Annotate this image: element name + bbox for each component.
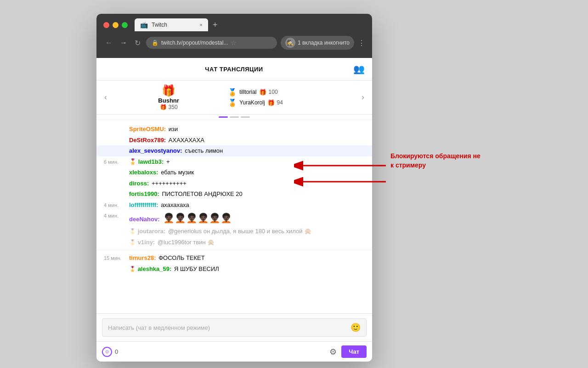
tab-title: Twitch — [152, 22, 196, 28]
leaders-prev-button[interactable]: ‹ — [102, 92, 109, 102]
incognito-label: 1 вкладка инкогнито — [298, 40, 350, 46]
scroll-indicator — [96, 115, 372, 120]
message-content: 🎖️ v1iny: @luc1996tor твин 🙊 — [129, 238, 365, 247]
message-text: Я ШУБУ ВЕСИЛ — [174, 265, 219, 272]
back-button[interactable]: ← — [103, 37, 114, 49]
gift-icon: 🎁 — [160, 104, 167, 110]
emoji-button[interactable]: 🙂 — [351, 322, 361, 333]
message-content: deeNahov: 🧑🏿‍🦱🧑🏿‍🦱🧑🏿‍🦱🧑🏿‍🦱🧑🏿‍🦱🧑🏿‍🦱 — [129, 211, 365, 225]
scroll-dots — [219, 116, 250, 118]
leader3-count: 94 — [277, 99, 283, 106]
incognito-icon: 🕵 — [285, 38, 295, 48]
minimize-traffic-light[interactable] — [113, 22, 119, 28]
active-tab[interactable]: 📺 Twitch × — [135, 18, 208, 31]
scroll-dot-2 — [230, 116, 239, 118]
username: deeNahov: — [129, 216, 159, 223]
message-time — [104, 190, 129, 199]
message-text: @luc1996tor твин 🙊 — [158, 239, 215, 246]
username: lawd1b3: — [138, 158, 164, 165]
message-time — [104, 125, 129, 134]
forward-button[interactable]: → — [118, 37, 129, 49]
leader-main-name: Bushnr — [158, 97, 179, 104]
message-time — [104, 264, 129, 274]
scroll-dot-1 — [219, 116, 228, 118]
leader-main-count: 350 — [169, 104, 178, 110]
chat-header: ЧАТ ТРАНСЛЯЦИИ 👥 — [96, 58, 372, 80]
message-text: ахахахаха — [161, 201, 189, 208]
chat-input-field[interactable]: Написать (чат в медленном режиме) 🙂 — [102, 318, 367, 337]
list-item: SpriteOSMU: изи — [96, 124, 372, 135]
message-text: изи — [169, 126, 178, 132]
message-text: съесть лимон — [185, 147, 223, 154]
gift-leaders: ‹ 🎁 Bushnr 🎁 350 🏅 tilltorial 🎁 100 — [96, 80, 372, 115]
message-text: ФОСОЛЬ ТЕКЕТ — [158, 254, 205, 261]
scroll-dot-3 — [241, 116, 250, 118]
username: fortis1990: — [129, 190, 159, 197]
chat-messages: SpriteOSMU: изи DeStRox789: АХАХАХАХА — [96, 120, 372, 313]
leaders-next-button[interactable]: › — [359, 92, 367, 102]
message-time: 4 мин. — [104, 201, 129, 210]
message-content: timurs28: ФОСОЛЬ ТЕКЕТ — [129, 253, 365, 263]
twitch-favicon-icon: 📺 — [140, 21, 148, 29]
users-icon[interactable]: 👥 — [353, 63, 365, 75]
message-time — [104, 136, 129, 145]
maximize-traffic-light[interactable] — [122, 22, 128, 28]
message-content: 🎖️ joutarora: @generiolus он дылда, я вы… — [129, 227, 365, 236]
tab-bar: 📺 Twitch × + — [135, 18, 218, 31]
leader-3: 🏅 YuraKorolj 🎁 94 — [228, 98, 359, 107]
leaders-side: 🏅 tilltorial 🎁 100 🏅 YuraKorolj 🎁 94 — [228, 88, 359, 107]
browser-chrome: 📺 Twitch × + ← → ↻ 🔒 twitch.tv/popout/mo… — [96, 14, 372, 58]
close-traffic-light[interactable] — [103, 22, 109, 28]
username: v1iny: — [138, 239, 155, 246]
chat-submit-button[interactable]: Чат — [341, 345, 367, 358]
chat-footer: ⊙ 0 ⚙ Чат — [96, 341, 372, 362]
leader-main-gift: 🎁 350 — [160, 104, 178, 110]
list-item: 4 мин. deeNahov: 🧑🏿‍🦱🧑🏿‍🦱🧑🏿‍🦱🧑🏿‍🦱🧑🏿‍🦱🧑🏿‍… — [96, 210, 372, 226]
section-divider — [96, 250, 372, 250]
message-time — [104, 179, 129, 188]
list-item: DeStRox789: АХАХАХАХА — [96, 135, 372, 146]
annotation-area: Блокируются обращения не к стримеру — [294, 152, 409, 209]
reload-button[interactable]: ↻ — [133, 37, 142, 49]
username: xlebaloxs: — [129, 169, 158, 176]
traffic-lights — [103, 22, 128, 28]
username: SpriteOSMU: — [129, 126, 166, 132]
browser-addressbar: ← → ↻ 🔒 twitch.tv/popout/modestal... ☆ 🕵… — [103, 36, 365, 53]
points-count: 0 — [115, 348, 118, 355]
list-item: 🎖️ v1iny: @luc1996tor твин 🙊 — [96, 237, 372, 248]
username: diross: — [129, 180, 149, 187]
username: lofffffffffff: — [129, 201, 158, 208]
message-text: АХАХАХАХА — [169, 137, 204, 144]
username: DeStRox789: — [129, 137, 166, 144]
list-item: 🎖️ aleshka_59: Я ШУБУ ВЕСИЛ — [96, 264, 372, 275]
chat-window: ЧАТ ТРАНСЛЯЦИИ 👥 ‹ 🎁 Bushnr 🎁 350 🏅 — [96, 58, 372, 362]
leader2-count: 100 — [269, 89, 278, 95]
settings-button[interactable]: ⚙ — [329, 347, 337, 357]
message-text: ++++++++++ — [152, 180, 187, 187]
footer-right: ⚙ Чат — [329, 345, 367, 358]
message-time: 6 мин. — [104, 157, 129, 167]
message-time: 15 мин. — [104, 253, 129, 263]
username: alex_sevostyanov: — [129, 147, 182, 154]
message-text: ебать музик — [161, 169, 194, 176]
bookmark-icon[interactable]: ☆ — [231, 39, 237, 46]
message-time — [104, 227, 129, 236]
new-tab-button[interactable]: + — [213, 20, 218, 30]
leader-main: 🎁 Bushnr 🎁 350 — [109, 84, 228, 110]
incognito-badge: 🕵 1 вкладка инкогнито — [281, 36, 354, 50]
more-options-button[interactable]: ⋮ — [358, 39, 365, 47]
message-time — [104, 146, 129, 155]
message-text: @generiolus он дылда, я выше 180 и весь … — [168, 228, 311, 235]
username: aleshka_59: — [138, 265, 172, 272]
message-text: + — [166, 158, 170, 165]
username: timurs28: — [129, 254, 156, 261]
chat-title: ЧАТ ТРАНСЛЯЦИИ — [205, 66, 263, 73]
list-item: 🎖️ joutarora: @generiolus он дылда, я вы… — [96, 226, 372, 237]
url-text: twitch.tv/popout/modestal... — [161, 40, 228, 46]
message-time — [104, 168, 129, 177]
leader3-name: YuraKorolj — [239, 99, 265, 106]
address-field[interactable]: 🔒 twitch.tv/popout/modestal... ☆ — [146, 37, 277, 49]
message-content: DeStRox789: АХАХАХАХА — [129, 136, 365, 145]
input-placeholder-text: Написать (чат в медленном режиме) — [108, 324, 210, 331]
tab-close-icon[interactable]: × — [200, 22, 203, 28]
